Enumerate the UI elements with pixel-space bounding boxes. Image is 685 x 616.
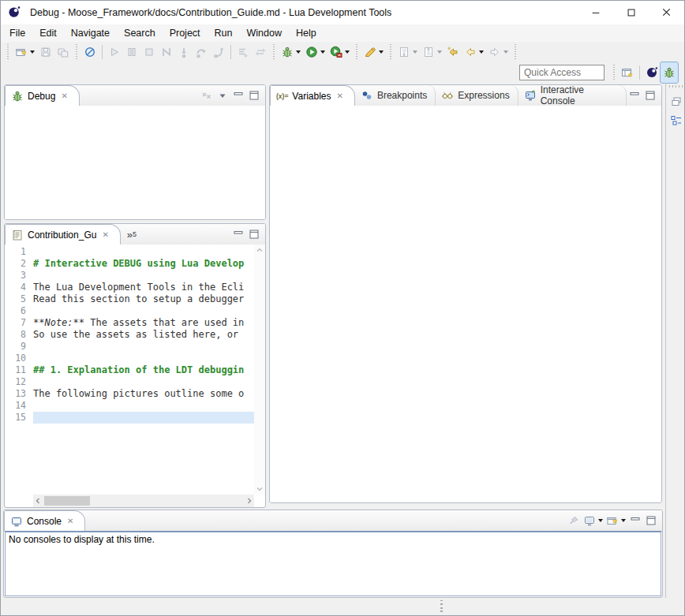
open-console-button[interactable] (605, 511, 627, 530)
toolbar-drag-handle[interactable] (75, 44, 78, 60)
variables-content[interactable] (270, 106, 661, 502)
menu-search[interactable]: Search (117, 26, 163, 40)
drop-to-frame-button[interactable] (252, 42, 269, 62)
save-all-icon (57, 46, 69, 58)
view-minimize-button[interactable] (230, 225, 246, 244)
close-icon[interactable]: ✕ (67, 517, 73, 525)
save-all-button[interactable] (54, 42, 72, 62)
restore-views-button[interactable] (668, 94, 684, 110)
previous-annotation-button[interactable] (420, 42, 444, 62)
debug-perspective-button[interactable] (661, 62, 678, 83)
pin-console-button[interactable] (566, 511, 582, 530)
view-minimize-button[interactable] (230, 86, 246, 105)
menu-project[interactable]: Project (163, 26, 208, 40)
menu-edit[interactable]: Edit (32, 26, 64, 40)
dropdown-caret-icon[interactable] (598, 519, 603, 522)
open-perspective-button[interactable] (619, 62, 636, 83)
line-number-ruler[interactable]: 123456789101112131415 (5, 245, 33, 495)
menu-navigate[interactable]: Navigate (64, 26, 117, 40)
menu-file[interactable]: File (2, 26, 32, 40)
view-maximize-button[interactable] (246, 225, 262, 244)
debug-button[interactable] (279, 42, 303, 62)
scroll-right-icon[interactable] (245, 496, 254, 506)
tab-interactive-console[interactable]: Interactive Console (518, 85, 627, 106)
back-button[interactable] (462, 42, 486, 62)
toolbar-drag-handle[interactable] (6, 44, 9, 60)
last-edit-location-button[interactable] (444, 42, 462, 62)
dropdown-caret-icon[interactable] (379, 50, 384, 54)
skip-all-breakpoints-button[interactable] (81, 42, 99, 62)
dropdown-caret-icon[interactable] (437, 50, 442, 54)
close-icon[interactable]: ✕ (61, 92, 67, 100)
view-minimize-button[interactable] (627, 86, 642, 105)
dropdown-caret-icon[interactable] (621, 519, 626, 522)
view-menu-button[interactable] (215, 86, 230, 105)
dropdown-caret-icon[interactable] (479, 50, 484, 54)
save-button[interactable] (37, 42, 54, 62)
toolbar-drag-handle[interactable] (389, 44, 392, 60)
use-step-filters-button[interactable] (234, 42, 252, 62)
disconnect-button[interactable] (158, 42, 175, 62)
view-minimize-button[interactable] (627, 511, 643, 530)
view-maximize-button[interactable] (246, 86, 262, 105)
menu-window[interactable]: Window (240, 26, 289, 40)
tab-breakpoints[interactable]: Breakpoints (355, 85, 436, 106)
editor-vertical-scrollbar[interactable] (254, 245, 265, 495)
display-selected-console-button[interactable] (582, 511, 605, 530)
dropdown-caret-icon[interactable] (345, 50, 350, 54)
tab-console[interactable]: Console ✕ (4, 510, 85, 532)
toolbar-drag-handle[interactable] (272, 44, 275, 60)
step-into-button[interactable] (175, 42, 193, 62)
view-maximize-button[interactable] (642, 86, 658, 105)
toolbar-drag-handle[interactable] (355, 44, 358, 60)
window-maximize-button[interactable] (613, 1, 649, 24)
outline-view-button[interactable] (668, 113, 684, 129)
resume-button[interactable] (106, 42, 123, 62)
step-return-button[interactable] (210, 42, 227, 62)
toolbar-drag-handle[interactable] (514, 44, 517, 60)
forward-button[interactable] (486, 42, 511, 62)
scroll-left-icon[interactable] (33, 496, 43, 506)
dropdown-caret-icon[interactable] (320, 50, 325, 54)
external-tools-button[interactable] (361, 42, 386, 62)
lua-perspective-button[interactable] (643, 62, 661, 83)
scroll-down-icon[interactable] (255, 484, 264, 494)
run-button[interactable] (303, 42, 328, 62)
hidden-editors-chevron[interactable]: »5 (121, 224, 143, 245)
tab-expressions[interactable]: Expressions (436, 85, 518, 106)
window-close-button[interactable] (649, 1, 684, 24)
step-over-button[interactable] (193, 42, 210, 62)
next-annotation-button[interactable] (395, 42, 420, 62)
status-drag-handle[interactable] (440, 600, 443, 614)
close-icon[interactable]: ✕ (102, 231, 108, 239)
suspend-button[interactable] (123, 42, 140, 62)
remove-all-terminated-button[interactable] (199, 86, 215, 105)
menu-run[interactable]: Run (208, 26, 240, 40)
view-maximize-button[interactable] (643, 511, 659, 530)
console-content[interactable]: No consoles to display at this time. (5, 531, 661, 596)
window-minimize-button[interactable] (578, 1, 613, 24)
tab-variables[interactable]: (x)= Variables ✕ (270, 85, 355, 106)
scrollbar-thumb[interactable] (44, 496, 90, 506)
debug-tabstrip: Debug ✕ (5, 85, 265, 106)
menu-help[interactable]: Help (289, 26, 324, 40)
dropdown-caret-icon[interactable] (413, 50, 417, 54)
editor-text-area[interactable]: # Interactive DEBUG using Lua DevelopThe… (33, 245, 254, 495)
editor-horizontal-scrollbar[interactable] (33, 495, 254, 507)
dropdown-caret-icon[interactable] (30, 50, 35, 54)
markdown-file-icon (11, 229, 24, 241)
scroll-up-icon[interactable] (255, 245, 264, 255)
tab-contribution-guide[interactable]: Contribution_Gu ✕ (5, 224, 121, 245)
terminate-button[interactable] (140, 42, 158, 62)
quick-access-input[interactable] (519, 65, 605, 80)
dropdown-caret-icon[interactable] (296, 50, 301, 54)
new-wizard-button[interactable] (13, 42, 37, 62)
close-icon[interactable]: ✕ (337, 92, 343, 100)
tab-debug[interactable]: Debug ✕ (5, 85, 80, 106)
debug-view-content[interactable] (5, 106, 265, 219)
run-coverage-button[interactable] (328, 42, 352, 62)
toolbar-drag-handle[interactable] (612, 65, 616, 80)
tab-label: Variables (292, 91, 331, 102)
dropdown-caret-icon[interactable] (503, 50, 508, 54)
trim-drag-handle[interactable] (669, 85, 683, 88)
